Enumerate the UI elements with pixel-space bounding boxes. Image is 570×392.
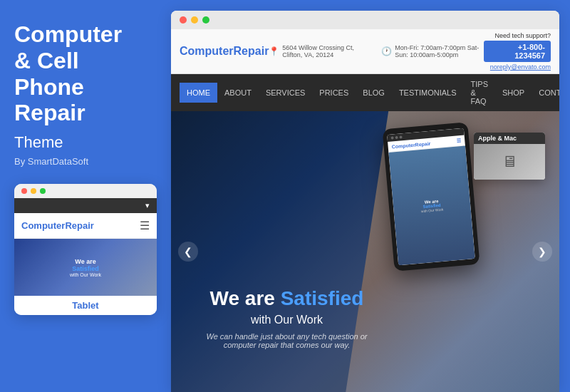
hours-text: Mon-Fri: 7:00am-7:00pm Sat-Sun: 10:00am-…	[395, 44, 484, 58]
apple-card-image: 🖥	[474, 144, 545, 180]
apple-mac-card: Apple & Mac 🖥	[474, 133, 545, 180]
hamburger-icon[interactable]: ☰	[140, 219, 150, 232]
browser-dot-green	[202, 16, 209, 24]
hero-subheadline: with Our Work	[192, 314, 381, 326]
apple-card-header: Apple & Mac	[474, 133, 545, 144]
browser-window: ComputerRepair 📍 5604 Willow Crossing Ct…	[171, 11, 559, 392]
card-dots	[14, 184, 157, 198]
phone-hero-inner: We are Satisfied with Our Work	[388, 146, 475, 266]
phone-with: with Our Work	[421, 207, 444, 213]
address-text: 5604 Willow Crossing Ct, Clifton, VA, 20…	[282, 44, 371, 58]
hero-headline: We are Satisfied	[192, 287, 381, 311]
browser-dot-yellow	[191, 16, 198, 24]
phone-nav-dot	[390, 136, 393, 139]
nav-item-testimonials[interactable]: TESTIMONIALS	[392, 83, 464, 103]
nav-item-about[interactable]: ABOUT	[217, 83, 259, 103]
address-item: 📍 5604 Willow Crossing Ct, Clifton, VA, …	[269, 44, 371, 58]
phone-nav-dot	[399, 135, 402, 138]
address-info: 📍 5604 Willow Crossing Ct, Clifton, VA, …	[269, 44, 484, 58]
phone-nav-dot	[395, 136, 398, 139]
tech-support-area: Need tech support? +1-800-1234567 norepl…	[484, 32, 551, 71]
phone-button[interactable]: +1-800-1234567	[484, 41, 551, 62]
browser-titlebar	[171, 11, 559, 29]
hero-headline-part1: We are	[210, 287, 281, 309]
theme-by: By SmartDataSoft	[14, 156, 157, 167]
browser-dot-red	[180, 16, 187, 24]
top-info-bar: ComputerRepair 📍 5604 Willow Crossing Ct…	[171, 29, 559, 74]
mobile-logo: ComputerRepair	[21, 220, 94, 231]
mobile-hero-section: We are Satisfied with Our Work	[14, 239, 157, 296]
phone-screen: ComputerRepair ☰ We are Satisfied with O…	[387, 128, 475, 266]
location-icon: 📍	[269, 46, 279, 56]
phone-mockup: ComputerRepair ☰ We are Satisfied with O…	[383, 122, 480, 272]
hero-tagline: We can handle just about any tech questi…	[192, 332, 381, 349]
site-logo-area: ComputerRepair	[180, 45, 269, 58]
dot-red	[21, 188, 27, 194]
carousel-arrow-left[interactable]: ❮	[178, 242, 198, 262]
hero-section: ComputerRepair ☰ We are Satisfied with O…	[171, 111, 559, 392]
card-dropdown[interactable]: ▾	[14, 198, 157, 213]
mobile-with: with Our Work	[70, 272, 101, 277]
clock-icon: 🕐	[381, 46, 392, 56]
hours-item: 🕐 Mon-Fri: 7:00am-7:00pm Sat-Sun: 10:00a…	[381, 44, 484, 58]
support-label: Need tech support?	[484, 32, 551, 39]
left-panel: Computer & Cell Phone Repair Theme By Sm…	[0, 0, 171, 392]
hero-content: We are Satisfied with Our Work We can ha…	[192, 287, 381, 349]
nav-item-prices[interactable]: PRICES	[312, 83, 356, 103]
nav-item-tips[interactable]: TIPS & FAQ	[464, 74, 495, 111]
carousel-arrow-right[interactable]: ❯	[532, 242, 552, 262]
mobile-preview-card: ▾ ComputerRepair ☰ We are Satisfied with…	[14, 184, 157, 315]
nav-item-shop[interactable]: SHOP	[495, 83, 532, 103]
dot-yellow	[31, 188, 36, 194]
nav-item-home[interactable]: HOME	[180, 83, 217, 103]
email-link[interactable]: noreply@envato.com	[484, 63, 551, 71]
nav-item-contact[interactable]: CONTACT	[532, 83, 559, 103]
card-nav: ComputerRepair ☰	[14, 213, 157, 239]
nav-item-services[interactable]: SERVICES	[259, 83, 312, 103]
mobile-footer-label: Tablet	[14, 296, 157, 315]
mobile-we-are: We are	[70, 258, 101, 265]
nav-bar: HOME ABOUT SERVICES PRICES BLOG TESTIMON…	[171, 74, 559, 111]
site-logo: ComputerRepair	[180, 45, 269, 58]
nav-item-blog[interactable]: BLOG	[356, 83, 392, 103]
mobile-hero-text: We are Satisfied with Our Work	[70, 258, 101, 277]
dot-green	[40, 188, 46, 194]
theme-title: Computer & Cell Phone Repair	[14, 21, 157, 126]
mobile-satisfied: Satisfied	[70, 265, 101, 272]
hero-headline-highlight: Satisfied	[281, 287, 364, 309]
theme-subtitle: Theme	[14, 133, 157, 152]
